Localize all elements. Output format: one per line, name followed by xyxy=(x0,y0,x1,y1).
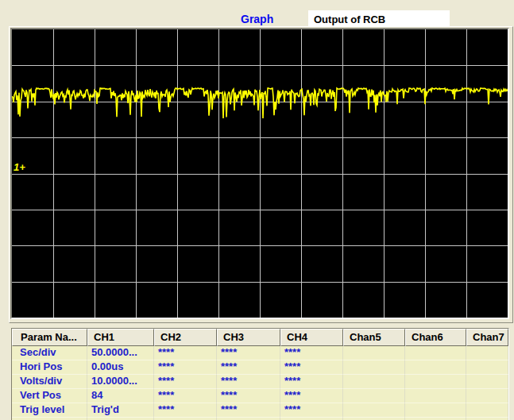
param-value-cell[interactable] xyxy=(466,346,508,360)
param-value-cell[interactable] xyxy=(466,403,508,418)
column-header-chan7[interactable]: Chan7 xyxy=(466,329,508,346)
param-value-cell[interactable]: **** xyxy=(217,403,280,418)
param-value-cell[interactable]: **** xyxy=(217,346,280,360)
table-row: Volts/div10.0000...************ xyxy=(12,375,508,389)
param-value-cell[interactable] xyxy=(466,360,508,375)
scope-frame: 1+ xyxy=(9,26,513,323)
param-value-cell[interactable]: **** xyxy=(154,403,217,418)
param-value-cell[interactable]: **** xyxy=(217,389,280,403)
scope-gridlines xyxy=(12,29,508,318)
graph-title: Graph xyxy=(241,13,273,25)
param-name-cell: Volts/div xyxy=(12,375,87,389)
column-header-param-na-[interactable]: Param Na... xyxy=(12,329,87,346)
param-value-cell[interactable]: 0.00us xyxy=(87,360,154,375)
column-header-ch1[interactable]: CH1 xyxy=(87,329,154,346)
param-value-cell[interactable]: **** xyxy=(154,389,217,403)
param-value-cell[interactable] xyxy=(343,375,405,389)
param-value-cell[interactable]: **** xyxy=(154,346,217,360)
table-row: Sec/div50.0000...************ xyxy=(12,346,508,360)
param-value-cell[interactable] xyxy=(343,346,405,360)
param-value-cell[interactable] xyxy=(405,375,466,389)
param-table-body: Sec/div50.0000...************Hori Pos0.0… xyxy=(12,346,508,420)
scope-canvas: 1+ xyxy=(12,29,508,318)
param-value-cell[interactable] xyxy=(405,360,466,375)
param-value-cell[interactable]: **** xyxy=(280,360,343,375)
param-value-cell[interactable] xyxy=(343,389,405,403)
param-name-cell: Hori Pos xyxy=(12,360,87,375)
graph-name-input[interactable] xyxy=(308,10,450,27)
param-value-cell[interactable] xyxy=(466,375,508,389)
param-value-cell[interactable] xyxy=(405,403,466,418)
column-header-ch2[interactable]: CH2 xyxy=(154,329,217,346)
param-value-cell[interactable]: **** xyxy=(280,346,343,360)
param-value-cell[interactable] xyxy=(405,346,466,360)
table-row: Trig levelTrig'd************ xyxy=(12,403,508,418)
param-value-cell[interactable]: **** xyxy=(280,403,343,418)
table-row: Hori Pos0.00us************ xyxy=(12,360,508,375)
param-value-cell[interactable]: Trig'd xyxy=(87,403,154,418)
column-header-ch4[interactable]: CH4 xyxy=(280,329,343,346)
param-table-header: Param Na...CH1CH2CH3CH4Chan5Chan6Chan7 xyxy=(12,329,508,346)
param-value-cell[interactable]: **** xyxy=(154,375,217,389)
param-value-cell[interactable] xyxy=(405,389,466,403)
scope-plot: 1+ xyxy=(10,28,509,319)
param-value-cell[interactable]: **** xyxy=(217,375,280,389)
param-value-cell[interactable]: **** xyxy=(280,375,343,389)
param-value-cell[interactable] xyxy=(343,403,405,418)
param-name-cell: Sec/div xyxy=(12,346,87,360)
param-value-cell[interactable]: 50.0000... xyxy=(87,346,154,360)
table-row: Vert Pos84************ xyxy=(12,389,508,403)
column-header-chan5[interactable]: Chan5 xyxy=(343,329,405,346)
param-value-cell[interactable] xyxy=(466,389,508,403)
oscilloscope-window: Graph 1+ Param Na...CH1CH2CH3CH4Chan5Cha… xyxy=(0,0,514,420)
column-header-chan6[interactable]: Chan6 xyxy=(405,329,466,346)
channel-1-marker: 1+ xyxy=(14,161,25,173)
param-table: Param Na...CH1CH2CH3CH4Chan5Chan6Chan7 S… xyxy=(11,328,509,420)
param-name-cell: Vert Pos xyxy=(12,389,87,403)
param-value-cell[interactable]: 84 xyxy=(87,389,154,403)
param-value-cell[interactable]: **** xyxy=(280,389,343,403)
param-value-cell[interactable]: 10.0000... xyxy=(87,375,154,389)
param-value-cell[interactable]: **** xyxy=(217,360,280,375)
param-value-cell[interactable]: **** xyxy=(154,360,217,375)
param-value-cell[interactable] xyxy=(343,360,405,375)
column-header-ch3[interactable]: CH3 xyxy=(217,329,280,346)
param-name-cell: Trig level xyxy=(12,403,87,418)
